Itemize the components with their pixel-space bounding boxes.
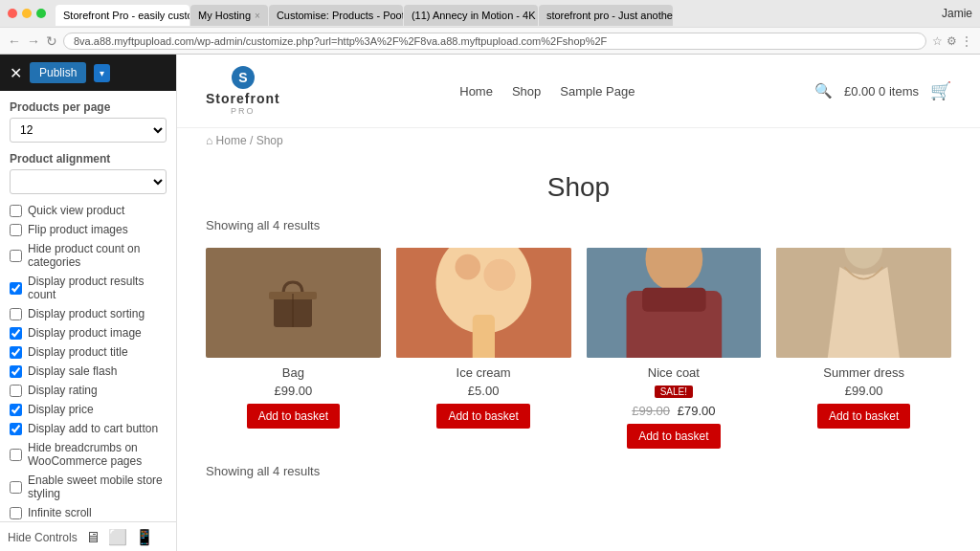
tab-label-0: Storefront Pro - easily custo... <box>63 10 189 21</box>
coat-background <box>587 248 762 358</box>
sale-badge-coat: SALE! <box>655 386 693 398</box>
checkbox-quick-view-label: Quick view product <box>28 204 124 217</box>
browser-tab-1[interactable]: My Hosting × <box>190 5 268 26</box>
monitor-icon[interactable]: 🖥 <box>85 529 100 546</box>
address-bar[interactable]: 8va.a88.myftpupload.com/wp-admin/customi… <box>63 33 926 50</box>
breadcrumb-icon: ⌂ <box>206 134 212 147</box>
breadcrumb-separator: / <box>250 134 256 147</box>
tablet-icon[interactable]: ⬜ <box>108 528 127 546</box>
phone-icon[interactable]: 📱 <box>135 528 154 546</box>
browser-tab-4[interactable]: storefront pro - Just anothe... × <box>539 5 673 26</box>
checkbox-display-results: Display product results count <box>10 275 167 301</box>
original-price-coat: £99.00 <box>632 404 670 418</box>
product-image-dress <box>776 248 951 358</box>
customizer-bottom-bar: Hide Controls 🖥 ⬜ 📱 <box>0 521 176 551</box>
product-alignment-label: Product alignment <box>10 152 167 165</box>
checkbox-display-rating: Display rating <box>10 384 167 397</box>
checkbox-display-sorting: Display product sorting <box>10 307 167 320</box>
shop-title: Shop <box>206 172 951 203</box>
close-customizer-button[interactable]: ✕ <box>10 64 22 82</box>
checkbox-mobile-styling-input[interactable] <box>10 481 22 494</box>
add-to-basket-bag[interactable]: Add to basket <box>247 404 340 429</box>
tab-close-1[interactable]: × <box>255 11 260 21</box>
tab-label-2: Customise: Products - Poot... <box>277 10 403 21</box>
bag-background <box>206 248 381 358</box>
product-image-coat <box>587 248 762 358</box>
checkbox-display-image: Display product image <box>10 326 167 340</box>
checkbox-infinite-scroll-input[interactable] <box>10 507 22 519</box>
maximize-window-dot[interactable] <box>36 9 46 18</box>
product-name-coat: Nice coat <box>648 365 700 380</box>
product-card-icecream: Ice cream £5.00 Add to basket <box>396 248 571 449</box>
nav-home[interactable]: Home <box>459 84 493 99</box>
checkbox-flip-images-input[interactable] <box>10 224 22 236</box>
add-to-basket-icecream[interactable]: Add to basket <box>436 404 529 429</box>
checkbox-display-sale-input[interactable] <box>10 365 22 378</box>
checkbox-display-image-label: Display product image <box>28 326 142 340</box>
icecream-background <box>396 248 571 358</box>
checkbox-hide-count-input[interactable] <box>10 250 22 262</box>
customizer-panel-content: Products per page 12 Product alignment Q… <box>0 91 176 521</box>
publish-label: Publish <box>39 66 77 79</box>
forward-button[interactable]: → <box>27 33 40 49</box>
checkbox-flip-images-label: Flip product images <box>28 223 128 236</box>
checkbox-quick-view-input[interactable] <box>10 205 22 217</box>
checkbox-mobile-styling-label: Enable sweet mobile store styling <box>28 474 167 500</box>
products-per-page-select[interactable]: 12 <box>10 118 167 143</box>
checkbox-display-cart-input[interactable] <box>10 423 22 435</box>
checkbox-display-title-label: Display product title <box>28 345 128 359</box>
browser-tab-0[interactable]: Storefront Pro - easily custo... × <box>56 5 189 26</box>
checkbox-hide-count-label: Hide product count on categories <box>28 242 167 269</box>
results-count-bottom: Showing all 4 results <box>206 464 951 478</box>
checkbox-display-sale: Display sale flash <box>10 364 167 378</box>
publish-button[interactable]: Publish <box>30 62 86 83</box>
checkbox-display-results-input[interactable] <box>10 282 22 295</box>
logo-subtext: Pro <box>231 106 256 116</box>
checkbox-list: Quick view product Flip product images H… <box>10 204 167 519</box>
back-button[interactable]: ← <box>8 33 21 49</box>
checkbox-flip-images: Flip product images <box>10 223 167 236</box>
nav-shop[interactable]: Shop <box>512 84 541 99</box>
breadcrumb-home[interactable]: Home <box>216 134 247 147</box>
checkbox-display-price-label: Display price <box>28 403 94 416</box>
bookmark-icon[interactable]: ☆ <box>932 34 943 48</box>
header-icons: 🔍 £0.00 0 items 🛒 <box>814 80 951 101</box>
coat-svg <box>587 248 762 358</box>
hide-controls-label[interactable]: Hide Controls <box>8 531 78 544</box>
product-image-icecream <box>396 248 571 358</box>
checkbox-display-sorting-input[interactable] <box>10 308 22 320</box>
nav-sample-page[interactable]: Sample Page <box>560 84 635 99</box>
bag-svg <box>255 265 331 342</box>
reload-button[interactable]: ↻ <box>46 33 57 49</box>
product-card-coat: Nice coat SALE! £99.00 £79.00 Add to bas… <box>587 248 762 449</box>
search-icon[interactable]: 🔍 <box>814 82 833 99</box>
logo-text: Storefront <box>206 91 280 106</box>
product-alignment-select[interactable] <box>10 169 167 194</box>
extensions-icon[interactable]: ⚙ <box>947 34 957 48</box>
add-to-basket-coat[interactable]: Add to basket <box>627 424 720 449</box>
add-to-basket-dress[interactable]: Add to basket <box>817 404 910 429</box>
close-window-dot[interactable] <box>8 9 17 18</box>
checkbox-display-rating-input[interactable] <box>10 385 22 397</box>
cart-icon[interactable]: 🛒 <box>930 80 951 101</box>
menu-icon[interactable]: ⋮ <box>961 34 972 48</box>
site-logo[interactable]: S Storefront Pro <box>206 66 280 116</box>
checkbox-display-price-input[interactable] <box>10 404 22 416</box>
product-card-dress: Summer dress £99.00 Add to basket <box>776 248 951 449</box>
checkbox-display-image-input[interactable] <box>10 327 22 340</box>
browser-tab-3[interactable]: (11) Annecy in Motion - 4K -... × <box>404 5 538 26</box>
site-nav: Home Shop Sample Page <box>459 84 635 99</box>
browser-tabs: Storefront Pro - easily custo... × My Ho… <box>56 1 673 26</box>
products-per-page-label: Products per page <box>10 100 167 114</box>
product-name-icecream: Ice cream <box>457 365 511 380</box>
checkbox-display-title-input[interactable] <box>10 346 22 359</box>
browser-chrome: Storefront Pro - easily custo... × My Ho… <box>0 0 980 55</box>
breadcrumb-shop: Shop <box>256 134 283 147</box>
browser-tab-2[interactable]: Customise: Products - Poot... × <box>269 5 403 26</box>
product-name-dress: Summer dress <box>823 365 904 380</box>
checkbox-hide-breadcrumbs-input[interactable] <box>10 449 22 461</box>
publish-dropdown-button[interactable]: ▾ <box>94 64 110 82</box>
site-header: S Storefront Pro Home Shop Sample Page 🔍… <box>177 55 980 128</box>
cart-info[interactable]: £0.00 0 items <box>844 84 919 99</box>
minimize-window-dot[interactable] <box>22 9 32 18</box>
